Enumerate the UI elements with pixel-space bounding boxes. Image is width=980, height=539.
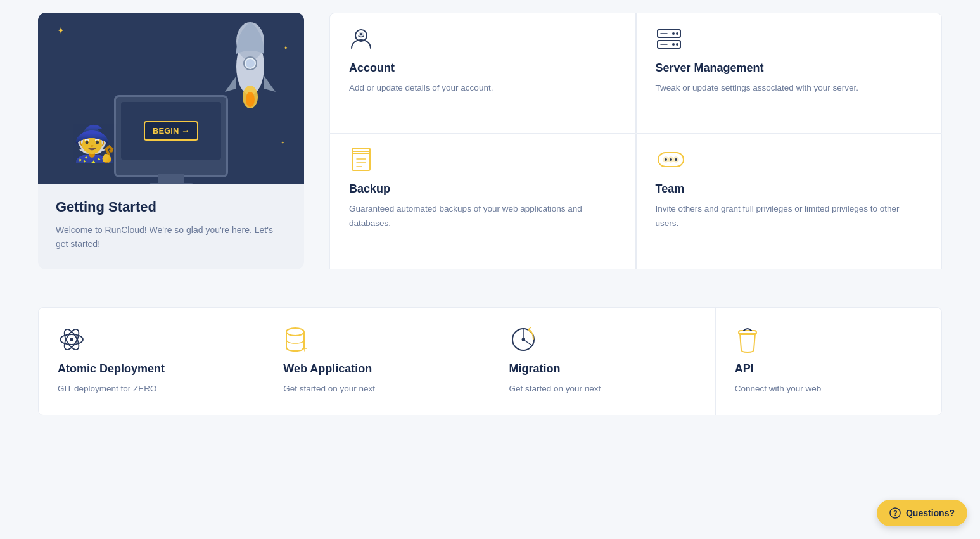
svg-point-37 <box>521 338 525 341</box>
svg-point-27 <box>670 158 672 161</box>
backup-icon <box>349 147 616 172</box>
bottom-api: API Connect with your web <box>716 308 941 415</box>
server-management-desc: Tweak or update settings associated with… <box>656 81 923 95</box>
getting-started-desc: Welcome to RunCloud! We're so glad you'r… <box>56 223 286 251</box>
migration-icon <box>509 327 696 352</box>
svg-point-3 <box>246 59 255 68</box>
migration-desc: Get started on your next <box>509 382 696 396</box>
svg-point-14 <box>672 43 675 46</box>
getting-started-card: BEGIN → <box>38 13 304 269</box>
atomic-deployment-title: Atomic Deployment <box>58 362 245 376</box>
monitor-illustration: BEGIN → <box>114 95 228 177</box>
team-icon <box>656 147 923 172</box>
server-management-title: Server Management <box>656 61 923 75</box>
bucket-icon <box>735 327 922 352</box>
migration-title: Migration <box>509 362 696 376</box>
questions-label: Questions? <box>906 508 955 518</box>
top-section: BEGIN → <box>38 13 942 269</box>
atom-icon <box>58 327 245 352</box>
feature-account: Account Add or update details of your ac… <box>329 13 636 134</box>
svg-point-26 <box>665 158 667 161</box>
web-application-desc: Get started on your next <box>283 382 470 396</box>
server-icon <box>656 26 923 51</box>
account-desc: Add or update details of your account. <box>349 81 616 95</box>
star-decoration-2: ✦ <box>283 44 288 51</box>
svg-point-33 <box>286 328 304 336</box>
features-grid: Account Add or update details of your ac… <box>329 13 942 269</box>
card-content: Getting Started Welcome to RunCloud! We'… <box>38 184 304 269</box>
api-title: API <box>735 362 922 376</box>
feature-team: Team Invite others and grant full privil… <box>636 134 943 269</box>
getting-started-title: Getting Started <box>56 199 286 215</box>
bottom-features-section: Atomic Deployment GIT deployment for ZER… <box>38 307 942 415</box>
page-container: BEGIN → <box>0 0 980 428</box>
web-application-title: Web Application <box>283 362 470 376</box>
feature-server-management: Server Management Tweak or update settin… <box>636 13 943 134</box>
svg-point-28 <box>675 158 677 161</box>
bottom-migration: Migration Get started on your next <box>490 308 716 415</box>
svg-point-13 <box>676 43 678 46</box>
person-icon <box>349 26 616 51</box>
monitor-base <box>149 183 193 184</box>
team-desc: Invite others and grant full privileges … <box>656 202 923 231</box>
wizard-decoration: 🧙 <box>73 124 117 165</box>
backup-desc: Guaranteed automated backups of your web… <box>349 202 616 231</box>
monitor-stand <box>158 174 184 183</box>
svg-text:?: ? <box>893 509 898 517</box>
database-icon <box>283 327 470 352</box>
star-decoration: ✦ <box>57 25 65 35</box>
star-decoration-3: ✦ <box>281 140 285 146</box>
questions-button[interactable]: ? Questions? <box>877 500 967 526</box>
question-circle-icon: ? <box>889 507 901 519</box>
svg-point-5 <box>246 92 255 107</box>
backup-title: Backup <box>349 182 616 196</box>
svg-point-12 <box>672 32 675 35</box>
account-title: Account <box>349 61 616 75</box>
svg-point-8 <box>360 33 362 35</box>
monitor-screen: BEGIN → <box>121 102 221 160</box>
begin-sign: BEGIN → <box>144 121 198 141</box>
bottom-atomic-deployment: Atomic Deployment GIT deployment for ZER… <box>39 308 264 415</box>
svg-point-29 <box>70 338 73 341</box>
bottom-web-application: Web Application Get started on your next <box>264 308 490 415</box>
card-hero-image: BEGIN → <box>38 13 304 184</box>
svg-rect-17 <box>352 151 370 170</box>
api-desc: Connect with your web <box>735 382 922 396</box>
svg-point-11 <box>676 32 678 35</box>
atomic-deployment-desc: GIT deployment for ZERO <box>58 382 245 396</box>
feature-backup: Backup Guaranteed automated backups of y… <box>329 134 636 269</box>
team-title: Team <box>656 182 923 196</box>
rocket-icon <box>222 22 279 124</box>
